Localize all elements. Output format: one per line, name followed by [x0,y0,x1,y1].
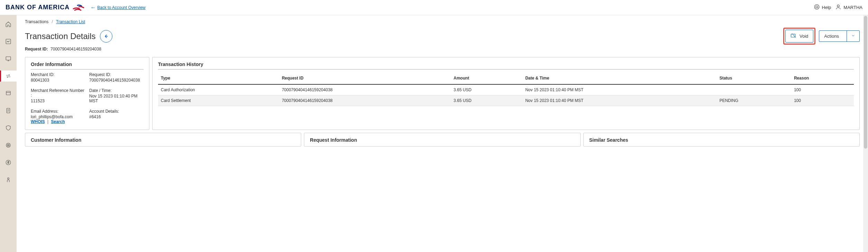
similar-searches-title: Similar Searches [589,137,854,145]
table-row[interactable]: Card Settlement70007904041461592040383.6… [158,95,854,106]
void-button[interactable]: Void [785,30,813,43]
app-header: BANK OF AMERICA ← Back to Account Overvi… [0,0,868,15]
history-title: Transaction History [158,62,854,69]
search-link[interactable]: Search [51,119,65,124]
arrow-left-icon: ← [90,4,96,11]
logo-flag-icon [72,3,86,12]
svg-point-7 [6,143,10,147]
user-name: MARTHA [843,5,862,10]
order-information-card: Order Information Merchant ID: 80041303 … [25,57,149,130]
order-info-title: Order Information [31,62,144,69]
merchant-ref-item: Merchant Reference Number : 111523 [31,88,85,103]
sidebar-item-terminal[interactable] [0,53,17,64]
actions-dropdown[interactable]: Actions [819,30,860,42]
help-icon [814,4,820,11]
account-details-item: Account Details: #6416 [89,109,144,124]
page-title: Transaction Details [25,31,96,41]
col-reason: Reason [791,72,854,84]
header-right: Help MARTHA [814,4,862,11]
date-time-item: Date / Time: Nov 15 2023 01:10:40 PM MST [89,88,144,103]
back-to-overview-link[interactable]: ← Back to Account Overview [90,4,145,11]
svg-point-2 [837,5,839,7]
back-button[interactable] [100,30,112,43]
breadcrumb-separator: / [52,19,53,24]
table-cell [717,84,791,95]
sidebar [0,15,17,252]
user-icon [835,4,841,11]
table-cell: 7000790404146159204038 [279,84,451,95]
col-amount: Amount [451,72,522,84]
table-cell: PENDING [717,95,791,106]
chevron-down-icon [847,31,859,41]
table-cell: Nov 15 2023 01:10:40 PM MST [523,95,717,106]
table-cell: 3.65 USD [451,95,522,106]
customer-information-card: Customer Information [25,133,301,147]
col-date-time: Date & Time [523,72,717,84]
col-request-id: Request ID [279,72,451,84]
request-information-card: Request Information [304,133,580,147]
sidebar-item-billing[interactable] [0,157,17,168]
history-table: Type Request ID Amount Date & Time Statu… [158,72,854,106]
back-link-text[interactable]: Back to Account Overview [97,5,145,10]
breadcrumb-current[interactable]: Transaction List [56,19,85,24]
logo-text: BANK OF AMERICA [6,4,70,11]
col-type: Type [158,72,279,84]
request-id-value: 7000790404146159204038 [50,47,101,52]
svg-point-0 [814,4,819,9]
sidebar-item-transactions[interactable] [0,71,17,82]
request-id-row: Request ID: 7000790404146159204038 [25,47,860,52]
table-cell: 3.65 USD [451,84,522,95]
sidebar-item-security[interactable] [0,122,17,133]
logo: BANK OF AMERICA [6,3,86,12]
col-status: Status [717,72,791,84]
request-id-label: Request ID: [25,47,48,52]
table-cell: Nov 15 2023 01:10:40 PM MST [523,84,717,95]
sidebar-item-analytics[interactable] [0,36,17,47]
svg-point-11 [8,178,9,179]
sidebar-item-account[interactable] [0,174,17,185]
request-info-title: Request Information [310,137,574,145]
breadcrumb: Transactions / Transaction List [25,19,860,24]
table-cell: 7000790404146159204038 [279,95,451,106]
sidebar-item-device[interactable] [0,88,17,99]
help-link[interactable]: Help [814,4,831,11]
order-request-id-item: Request ID: 7000790404146159204038 [89,72,144,83]
table-cell: Card Settlement [158,95,279,106]
title-actions: Void Actions [783,28,860,45]
actions-label: Actions [819,31,844,41]
svg-rect-5 [6,91,10,95]
help-label: Help [822,5,831,10]
table-row[interactable]: Card Authorization7000790404146159204038… [158,84,854,95]
sidebar-item-target[interactable] [0,140,17,151]
svg-point-8 [7,144,9,146]
user-menu[interactable]: MARTHA [835,4,862,11]
void-icon [791,33,797,39]
main-content: Transactions / Transaction List Transact… [17,15,868,252]
scrollbar[interactable] [863,15,868,252]
table-cell: 100 [791,95,854,106]
transaction-history-card: Transaction History Type Request ID Amou… [152,57,860,130]
svg-point-9 [8,145,9,146]
merchant-id-item: Merchant ID: 80041303 [31,72,85,83]
void-highlight: Void [783,28,815,45]
similar-searches-card: Similar Searches [583,133,860,147]
email-item: Email Address: lori_phillips@bofa.com WH… [31,109,85,124]
sidebar-item-document[interactable] [0,105,17,116]
svg-point-1 [816,6,818,8]
table-cell: 100 [791,84,854,95]
svg-rect-4 [6,57,11,60]
title-row: Transaction Details Void Actions [25,28,860,45]
table-cell: Card Authorization [158,84,279,95]
breadcrumb-root: Transactions [25,19,48,24]
void-label: Void [800,34,808,39]
scrollbar-thumb[interactable] [864,16,867,149]
whois-link[interactable]: WHOIS [31,119,45,124]
customer-info-title: Customer Information [31,137,295,145]
sidebar-item-home[interactable] [0,19,17,30]
